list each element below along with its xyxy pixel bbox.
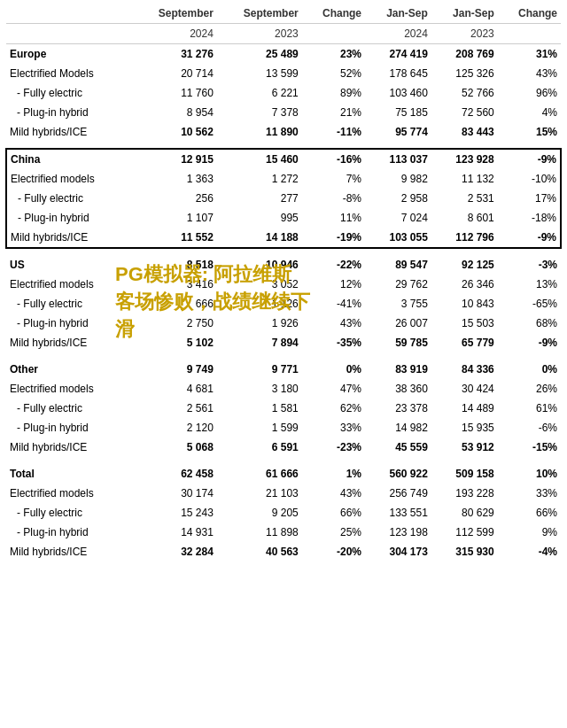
region-label-total: Total	[6, 464, 132, 484]
row-us-2: - Plug-in hybrid2 7501 92643%26 00715 50…	[6, 314, 561, 333]
data-table: September September Change Jan-Sep Jan-S…	[5, 4, 562, 561]
row-total-2: - Plug-in hybrid14 93111 89825%123 19811…	[6, 523, 561, 542]
spacer-row	[6, 142, 561, 149]
main-container: September September Change Jan-Sep Jan-S…	[0, 0, 567, 565]
row-val-other-2-1: 1 599	[217, 418, 302, 438]
row-val-us-0-5: 13%	[498, 275, 561, 294]
header-row-2: 2024 2023 2024 2023	[6, 24, 561, 44]
row-val-other-1-3: 23 378	[365, 399, 431, 418]
row-val-europe-1-3: 103 460	[365, 83, 431, 103]
row-val-europe-2-2: 21%	[302, 103, 365, 122]
row-val-total-0-1: 21 103	[217, 484, 302, 503]
region-val-us-2: -22%	[302, 255, 365, 275]
row-label-total-2: - Plug-in hybrid	[6, 523, 132, 542]
row-val-us-1-1: 1 126	[217, 294, 302, 314]
row-val-us-2-3: 26 007	[365, 314, 431, 333]
row-val-china-0-4: 11 132	[431, 169, 498, 189]
row-val-china-1-2: -8%	[302, 189, 365, 208]
col-change2-sub	[498, 24, 561, 44]
row-val-china-0-0: 1 363	[132, 169, 217, 189]
region-val-us-5: -3%	[498, 255, 561, 275]
row-label-china-0: Electrified models	[6, 169, 132, 189]
region-val-europe-4: 208 769	[431, 44, 498, 65]
region-val-total-0: 62 458	[132, 464, 217, 484]
row-label-us-0: Electrified models	[6, 275, 132, 294]
row-val-us-0-2: 12%	[302, 275, 365, 294]
row-val-total-3-5: -4%	[498, 542, 561, 561]
row-val-total-1-2: 66%	[302, 503, 365, 523]
row-val-total-2-2: 25%	[302, 523, 365, 542]
row-val-total-0-5: 33%	[498, 484, 561, 503]
row-val-other-2-4: 15 935	[431, 418, 498, 438]
row-us-0: Electrified models3 4163 05212%29 76226 …	[6, 275, 561, 294]
row-label-china-1: - Fully electric	[6, 189, 132, 208]
col-change1-header: Change	[302, 4, 365, 24]
row-europe-3: Mild hybrids/ICE10 56211 890-11%95 77483…	[6, 122, 561, 142]
row-europe-2: - Plug-in hybrid8 9547 37821%75 18572 56…	[6, 103, 561, 122]
row-val-europe-3-0: 10 562	[132, 122, 217, 142]
row-val-total-3-3: 304 173	[365, 542, 431, 561]
row-val-china-0-3: 9 982	[365, 169, 431, 189]
region-val-china-2: -16%	[302, 149, 365, 169]
region-val-europe-1: 25 489	[217, 44, 302, 65]
row-label-other-2: - Plug-in hybrid	[6, 418, 132, 438]
region-val-china-4: 123 928	[431, 149, 498, 169]
row-val-europe-0-0: 20 714	[132, 64, 217, 83]
row-val-us-0-4: 26 346	[431, 275, 498, 294]
region-val-other-0: 9 749	[132, 360, 217, 379]
region-val-us-4: 92 125	[431, 255, 498, 275]
row-val-us-2-4: 15 503	[431, 314, 498, 333]
row-val-europe-1-2: 89%	[302, 83, 365, 103]
row-val-other-1-2: 62%	[302, 399, 365, 418]
row-val-europe-1-0: 11 760	[132, 83, 217, 103]
row-val-us-3-3: 59 785	[365, 333, 431, 352]
region-val-us-1: 10 946	[217, 255, 302, 275]
region-row-total: Total62 45861 6661%560 922509 15810%	[6, 464, 561, 484]
row-val-china-3-1: 14 188	[217, 228, 302, 248]
row-label-total-0: Electrified models	[6, 484, 132, 503]
col-label-subheader	[6, 24, 132, 44]
region-val-other-5: 0%	[498, 360, 561, 379]
row-val-china-2-4: 8 601	[431, 208, 498, 228]
row-val-europe-0-5: 43%	[498, 64, 561, 83]
row-other-1: - Fully electric2 5611 58162%23 37814 48…	[6, 399, 561, 418]
col-label-header	[6, 4, 132, 24]
row-val-europe-1-4: 52 766	[431, 83, 498, 103]
row-val-other-3-4: 53 912	[431, 438, 498, 457]
region-val-china-0: 12 915	[132, 149, 217, 169]
region-row-other: Other9 7499 7710%83 91984 3360%	[6, 360, 561, 379]
region-val-europe-2: 23%	[302, 44, 365, 65]
row-other-0: Electrified models4 6813 18047%38 36030 …	[6, 379, 561, 399]
row-val-other-0-2: 47%	[302, 379, 365, 399]
row-val-china-3-4: 112 796	[431, 228, 498, 248]
row-val-china-0-2: 7%	[302, 169, 365, 189]
row-val-us-1-4: 10 843	[431, 294, 498, 314]
row-label-total-1: - Fully electric	[6, 503, 132, 523]
row-val-other-0-3: 38 360	[365, 379, 431, 399]
col-year-2023b: 2023	[431, 24, 498, 44]
row-val-china-2-1: 995	[217, 208, 302, 228]
row-label-europe-3: Mild hybrids/ICE	[6, 122, 132, 142]
row-europe-1: - Fully electric11 7606 22189%103 46052 …	[6, 83, 561, 103]
row-europe-0: Electrified Models20 71413 59952%178 645…	[6, 64, 561, 83]
row-val-europe-2-0: 8 954	[132, 103, 217, 122]
row-val-total-3-4: 315 930	[431, 542, 498, 561]
row-val-europe-0-1: 13 599	[217, 64, 302, 83]
row-val-china-1-4: 2 531	[431, 189, 498, 208]
row-china-1: - Fully electric256277-8%2 9582 53117%	[6, 189, 561, 208]
col-change2-header: Change	[498, 4, 561, 24]
region-val-total-5: 10%	[498, 464, 561, 484]
row-label-europe-1: - Fully electric	[6, 83, 132, 103]
row-val-china-3-0: 11 552	[132, 228, 217, 248]
row-val-other-1-5: 61%	[498, 399, 561, 418]
row-val-china-1-3: 2 958	[365, 189, 431, 208]
region-val-other-2: 0%	[302, 360, 365, 379]
region-val-europe-3: 274 419	[365, 44, 431, 65]
region-label-china: China	[6, 149, 132, 169]
row-val-other-1-1: 1 581	[217, 399, 302, 418]
row-val-europe-3-1: 11 890	[217, 122, 302, 142]
header-row-1: September September Change Jan-Sep Jan-S…	[6, 4, 561, 24]
region-val-total-4: 509 158	[431, 464, 498, 484]
row-val-china-1-1: 277	[217, 189, 302, 208]
row-val-us-1-5: -65%	[498, 294, 561, 314]
